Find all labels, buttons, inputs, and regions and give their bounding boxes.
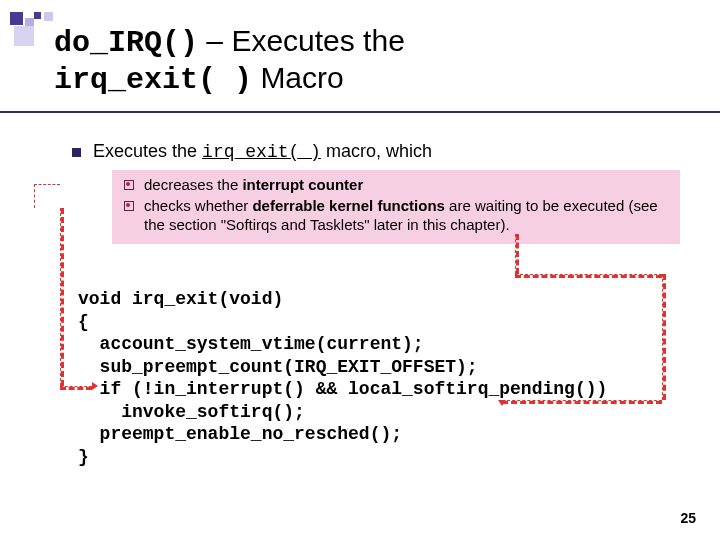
code-l3: account_system_vtime(current); (78, 334, 424, 354)
connector-line (34, 184, 60, 208)
code-l1: void irq_exit(void) (78, 289, 283, 309)
arrowhead-icon (92, 382, 98, 390)
sub-item-1: decreases the interrupt counter (124, 176, 670, 195)
code-l7: preempt_enable_no_resched(); (78, 424, 402, 444)
title-underline (0, 111, 720, 113)
title-plain-1: Executes the (231, 24, 404, 57)
code-l5: if (!in_interrupt() && local_softirq_pen… (78, 379, 607, 399)
connector-line (662, 274, 666, 400)
sub1-prefix: decreases the (144, 176, 242, 193)
connector-line (515, 234, 519, 274)
bullet-level-1: Executes the irq_exit( ) macro, which (72, 141, 676, 162)
title-sep: – (198, 24, 231, 57)
code-l4: sub_preempt_count(IRQ_EXIT_OFFSET); (78, 357, 478, 377)
connector-line (515, 274, 662, 278)
code-block: void irq_exit(void) { account_system_vti… (72, 288, 676, 468)
sub2-prefix: checks whether (144, 197, 252, 214)
connector-line (60, 386, 92, 390)
bullet1-prefix: Executes the (93, 141, 202, 161)
sub1-text: decreases the interrupt counter (144, 176, 363, 195)
square-bullet-icon (72, 148, 81, 157)
sub2-bold: deferrable kernel functions (252, 197, 445, 214)
corner-decoration (10, 12, 80, 52)
code-l8: } (78, 447, 89, 467)
bullet1-code: irq_exit( ) (202, 142, 321, 162)
page-number: 25 (680, 510, 696, 526)
code-l2: { (78, 312, 89, 332)
diamond-bullet-icon (124, 201, 134, 211)
sub-item-2: checks whether deferrable kernel functio… (124, 197, 670, 235)
title-code-2: irq_exit( ) (54, 63, 252, 97)
connector-line (60, 208, 64, 386)
highlight-box: decreases the interrupt counter checks w… (112, 170, 680, 244)
slide: do_IRQ() – Executes the irq_exit( ) Macr… (0, 0, 720, 540)
diamond-bullet-icon (124, 180, 134, 190)
connector-line (502, 400, 662, 404)
title-plain-2: Macro (252, 61, 344, 94)
bullet1-text: Executes the irq_exit( ) macro, which (93, 141, 432, 162)
arrowhead-icon (498, 400, 506, 406)
sub2-text: checks whether deferrable kernel functio… (144, 197, 670, 235)
slide-body: Executes the irq_exit( ) macro, which de… (44, 141, 676, 468)
slide-title: do_IRQ() – Executes the irq_exit( ) Macr… (44, 24, 676, 97)
bullet1-suffix: macro, which (321, 141, 432, 161)
code-l6: invoke_softirq(); (78, 402, 305, 422)
sub1-bold: interrupt counter (242, 176, 363, 193)
